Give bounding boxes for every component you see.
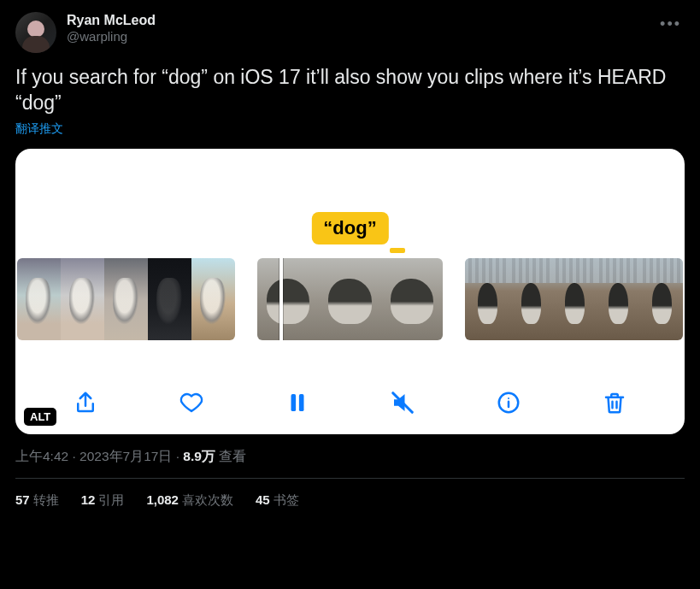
alt-badge[interactable]: ALT (24, 408, 56, 426)
thumbnail (381, 258, 443, 340)
time[interactable]: 上午4:42 (15, 449, 68, 463)
thumbnail (552, 258, 596, 340)
avatar[interactable] (15, 12, 56, 53)
tweet-text: If you search for “dog” on iOS 17 it’ll … (15, 65, 685, 116)
delete-button[interactable] (598, 386, 631, 419)
stat-quotes[interactable]: 12引用 (81, 492, 125, 509)
playhead[interactable] (279, 258, 283, 340)
tweet-stats: 57转推 12引用 1,082喜欢次数 45书签 (15, 479, 685, 522)
thumbnail (61, 258, 104, 340)
views-label: 查看 (215, 449, 246, 463)
mute-button[interactable] (386, 386, 419, 419)
thumbnail (104, 258, 148, 340)
svg-rect-1 (298, 394, 303, 411)
clip-1[interactable] (17, 258, 235, 340)
pause-icon (285, 390, 310, 415)
handle: @warpling (67, 29, 156, 45)
media-top-space (15, 149, 685, 209)
like-button[interactable] (175, 386, 208, 419)
search-term-bubble: “dog” (311, 212, 388, 244)
display-name: Ryan McLeod (67, 12, 156, 29)
author-names[interactable]: Ryan McLeod @warpling (67, 12, 156, 45)
thumbnail (191, 258, 235, 340)
share-button[interactable] (69, 386, 102, 419)
stat-likes[interactable]: 1,082喜欢次数 (146, 492, 233, 509)
thumbnail (257, 258, 319, 340)
views-count: 8.9万 (183, 449, 215, 463)
more-button[interactable]: ••• (656, 12, 685, 37)
info-icon (496, 390, 521, 415)
svg-rect-0 (291, 394, 296, 411)
thumbnail (465, 258, 509, 340)
svg-point-5 (508, 398, 509, 399)
share-icon (73, 390, 98, 415)
bubble-tick (390, 248, 405, 253)
clip-3[interactable] (465, 258, 683, 340)
thumbnail (148, 258, 191, 340)
stat-bookmarks[interactable]: 45书签 (256, 492, 299, 509)
translate-link[interactable]: 翻译推文 (15, 121, 63, 137)
media-toolbar (15, 386, 685, 419)
clip-2[interactable] (257, 258, 443, 340)
thumbnail (509, 258, 552, 340)
timeline-strip[interactable] (15, 258, 685, 340)
stat-retweets[interactable]: 57转推 (15, 492, 59, 509)
thumbnail (17, 258, 61, 340)
media-card[interactable]: “dog” (15, 149, 685, 434)
heart-icon (179, 390, 204, 415)
date[interactable]: 2023年7月17日 (79, 449, 172, 463)
trash-icon (602, 390, 627, 415)
pause-button[interactable] (281, 386, 314, 419)
info-button[interactable] (492, 386, 525, 419)
thumbnail (639, 258, 683, 340)
tweet-header: Ryan McLeod @warpling ••• (15, 12, 685, 53)
tweet-meta: 上午4:42 · 2023年7月17日 · 8.9万 查看 (15, 448, 685, 466)
thumbnail (319, 258, 380, 340)
speaker-mute-icon (390, 390, 415, 415)
tweet: Ryan McLeod @warpling ••• If you search … (0, 0, 700, 522)
thumbnail (596, 258, 639, 340)
